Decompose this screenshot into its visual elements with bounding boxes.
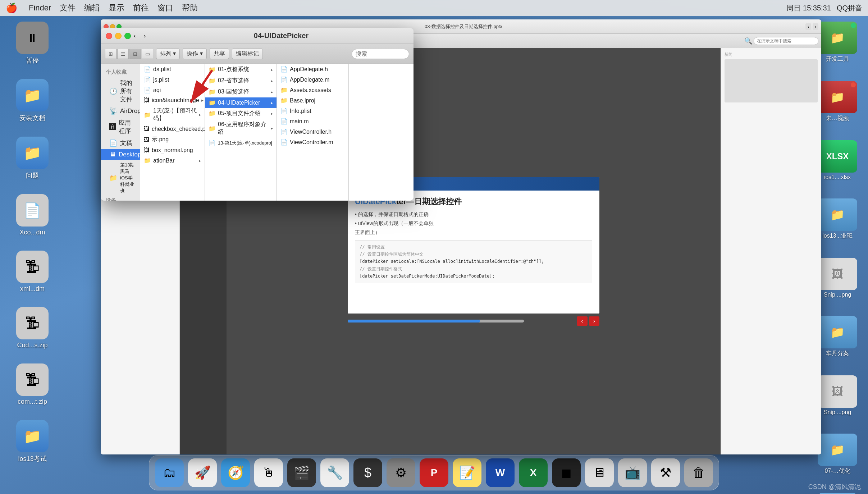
dock-finder[interactable]: 🗂 — [155, 458, 184, 487]
desktop-icon-xcode[interactable]: 📄 Xco...dm — [11, 194, 54, 236]
col2-item-06[interactable]: 📁 06-应用程序对象介绍 ▸ — [205, 119, 277, 138]
slide-desc-3: 王界面上） — [355, 228, 592, 237]
col1-item-launchimage[interactable]: 🖼 icon&launchImage ▸ — [140, 95, 205, 105]
col3-item-assets[interactable]: 📁 Assets.xcassets — [277, 85, 348, 95]
menubar-qq[interactable]: QQ拼音 — [837, 3, 862, 13]
dock-excel[interactable]: X — [519, 458, 548, 487]
col1-item-box[interactable]: 🖼 box_normal.png — [140, 145, 205, 155]
finder-nav-back[interactable]: ‹ — [134, 33, 141, 39]
right-icon-weishi[interactable]: 📁 未…视频 — [818, 81, 857, 122]
desktop-icon-install[interactable]: 📁 安装文档 — [11, 79, 54, 122]
sidebar-docs[interactable]: 📄 文稿 — [101, 137, 140, 149]
airdrop-icon: 📡 — [109, 107, 117, 115]
sidebar-myfiles[interactable]: 🕐 我的所有文件 — [101, 77, 140, 105]
right-icon-kaifa[interactable]: 📁 开发工具 — [818, 22, 857, 63]
dock-rocket[interactable]: 🚀 — [188, 458, 217, 487]
col3-item-info[interactable]: 📄 Info.plist — [277, 106, 348, 116]
dock-note[interactable]: 📝 — [453, 458, 481, 487]
col3-item-ah[interactable]: 📄 AppDelegate.h — [277, 64, 348, 74]
ppt-search-input[interactable] — [754, 37, 818, 45]
right-icon-snip1[interactable]: 🖼 Snip....png — [818, 258, 857, 298]
view-col-btn[interactable]: ⊟ — [129, 49, 141, 59]
col1-item-1[interactable]: 📄 js.plist — [140, 74, 205, 85]
sidebar-desktop[interactable]: 🖥 Desktop — [101, 149, 140, 160]
dock-pen[interactable]: P — [420, 458, 448, 487]
desktop-icon-zip1[interactable]: 🗜 xml...dm — [11, 251, 54, 293]
ppt-next-btn[interactable]: › — [813, 23, 818, 30]
sidebar-period13[interactable]: 📁 第13期黑马iOS学科就业班 — [101, 160, 140, 196]
col2-item-05[interactable]: 📁 05-项目文件介绍 ▸ — [205, 108, 277, 119]
menu-view[interactable]: 显示 — [109, 3, 124, 13]
dock-screen3[interactable]: ⚒ — [651, 458, 680, 487]
col1-item-nav[interactable]: 📁 ationBar ▸ — [140, 155, 205, 166]
view-list-btn[interactable]: ☰ — [117, 49, 129, 59]
desktop-icon-zip3[interactable]: 🗜 com...t.zip — [11, 363, 54, 406]
slide-prev-arrow[interactable]: ‹ — [577, 316, 587, 326]
finder-tl-yellow[interactable] — [115, 33, 122, 39]
col3-info-icon: 📄 — [280, 108, 288, 114]
dock-trash[interactable]: 🗑 — [684, 458, 713, 487]
menu-edit[interactable]: 编辑 — [84, 3, 100, 13]
col2-item-02[interactable]: 📁 02-省市选择 ▸ — [205, 75, 277, 86]
dock-black[interactable]: ◼ — [552, 458, 581, 487]
col2-item-01[interactable]: 📁 01-点餐系统 ▸ — [205, 64, 277, 75]
right-icon-youhua[interactable]: 📁 07-…优化 — [818, 434, 857, 475]
ppt-prev-btn[interactable]: ‹ — [805, 23, 811, 30]
menu-file[interactable]: 文件 — [60, 3, 76, 13]
dock-word[interactable]: W — [486, 458, 515, 487]
finder-tl-green[interactable] — [124, 33, 131, 39]
desktop-icon-zip2[interactable]: 🗜 Cod...s.zip — [11, 307, 54, 349]
desktop-icon-ios13[interactable]: 📁 ios13考试 — [11, 420, 54, 463]
dock-screen1[interactable]: 🖥 — [585, 458, 614, 487]
col2-item-03[interactable]: 📁 03-国货选择 ▸ — [205, 86, 277, 97]
tag-btn[interactable]: 编辑标记 — [232, 48, 263, 59]
snip1-box: 🖼 — [818, 258, 857, 290]
yeliu-label: ios13...业班 — [822, 232, 853, 240]
dock-video[interactable]: 🎬 — [287, 458, 316, 487]
dock-terminal[interactable]: $ — [353, 458, 382, 487]
dock-gear[interactable]: ⚙ — [387, 458, 415, 487]
col1-item-normal[interactable]: 🖼 示.png — [140, 134, 205, 145]
col2-item-13[interactable]: 📄 13-第1天(应-单).xcodeproj — [205, 138, 277, 148]
finder-body: 个人收藏 🕐 我的所有文件 📡 AirDrop 🅰 应用程序 📄 文稿 — [101, 64, 414, 201]
col1-item-preview[interactable]: 📁 1天(应-)【预习代码】 ▸ — [140, 105, 205, 124]
finder-search[interactable] — [352, 49, 409, 59]
right-icon-xlsx[interactable]: XLSX ios1....xlsx — [818, 140, 857, 180]
arrange-btn[interactable]: 排列 ▾ — [156, 48, 180, 59]
share-btn[interactable]: 共享 — [210, 48, 229, 59]
menu-window[interactable]: 窗口 — [157, 3, 173, 13]
col3-item-base[interactable]: 📁 Base.lproj — [277, 95, 348, 106]
col1-item-checked[interactable]: 🖼 checkbox_checked.png — [140, 124, 205, 134]
sidebar-apps[interactable]: 🅰 应用程序 — [101, 117, 140, 137]
action-btn[interactable]: 操作 ▾ — [183, 48, 206, 59]
right-icon-snip2[interactable]: 🖼 Snip....png — [818, 375, 857, 416]
apple-menu[interactable]: 🍎 — [6, 3, 17, 14]
col1-item-2[interactable]: 📄 aqi — [140, 85, 205, 95]
dock-screen2[interactable]: 📺 — [618, 458, 647, 487]
code-line-2: // 设置日期控件区域为简体中文 — [360, 251, 588, 258]
dock-tools[interactable]: 🔧 — [320, 458, 349, 487]
col3-item-am[interactable]: 📄 AppDelegate.m — [277, 74, 348, 85]
dock-safari[interactable]: 🧭 — [221, 458, 250, 487]
sidebar-airdrop[interactable]: 📡 AirDrop — [101, 105, 140, 117]
view-icon-btn[interactable]: ⊞ — [105, 49, 117, 59]
finder-nav-fwd[interactable]: › — [144, 33, 151, 39]
col1-item-ds[interactable]: 📄 ds.plist — [140, 64, 205, 74]
col3-item-main[interactable]: 📄 main.m — [277, 116, 348, 127]
right-icon-chefan[interactable]: 📁 车丹分案 — [818, 316, 857, 357]
col3-item-vcm[interactable]: 📄 ViewController.m — [277, 137, 348, 147]
finder-tl-red[interactable] — [106, 33, 112, 39]
desktop-icon-pause[interactable]: ⏸ 暂停 — [11, 22, 54, 65]
col3-item-vch[interactable]: 📄 ViewController.h — [277, 127, 348, 137]
menu-finder[interactable]: Finder — [29, 3, 51, 13]
dock-mouse[interactable]: 🖱 — [254, 458, 283, 487]
right-icon-yeliu[interactable]: 📁 ios13...业班 — [818, 198, 857, 240]
menu-help[interactable]: 帮助 — [182, 3, 198, 13]
ppt-nav-btns: ‹ › — [805, 23, 818, 30]
col2-item-04[interactable]: 📁 04-UIDatePicker ▸ — [205, 97, 277, 108]
view-coverflow-btn[interactable]: ▭ — [142, 49, 153, 59]
slide-next-arrow[interactable]: › — [589, 316, 599, 326]
desktop-icon-question[interactable]: 📁 问题 — [11, 137, 54, 180]
desktop-icons-right: 📁 开发工具 📁 未…视频 XLSX ios1....xlsx 📁 ios13.… — [818, 22, 857, 494]
menu-go[interactable]: 前往 — [133, 3, 149, 13]
